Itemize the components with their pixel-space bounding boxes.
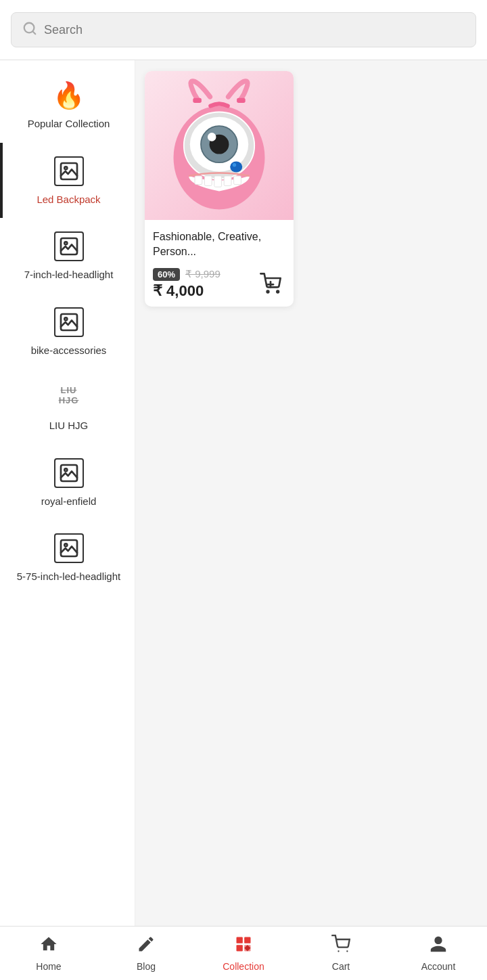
svg-point-27 — [233, 163, 236, 166]
product-card[interactable]: Fashionable, Creative, Person... 60% ₹ 9… — [145, 71, 294, 307]
svg-point-11 — [64, 543, 67, 546]
image-icon-bike — [53, 306, 85, 338]
svg-rect-33 — [244, 937, 250, 943]
sidebar-item-popular-collection[interactable]: 🔥 Popular Collection — [0, 67, 135, 143]
sidebar-label-led-backpack: Led Backpack — [37, 193, 100, 206]
current-price: ₹ 4,000 — [153, 282, 221, 300]
nav-label-collection: Collection — [223, 961, 264, 972]
svg-rect-34 — [237, 945, 243, 951]
add-to-cart-button[interactable] — [256, 269, 285, 298]
collection-icon — [234, 935, 253, 958]
nav-label-cart: Cart — [332, 961, 350, 972]
nav-item-account[interactable]: Account — [404, 931, 472, 976]
nav-item-collection[interactable]: Collection — [210, 931, 277, 976]
sidebar-item-5-75-inch[interactable]: 5-75-inch-led-headlight — [0, 520, 135, 596]
svg-point-3 — [64, 166, 67, 169]
svg-rect-32 — [237, 937, 243, 943]
sidebar-item-royal-enfield[interactable]: royal-enfield — [0, 445, 135, 520]
sidebar-item-bike-accessories[interactable]: bike-accessories — [0, 294, 135, 370]
image-icon-royal-enfield — [53, 457, 85, 489]
search-bar-wrapper — [0, 0, 487, 60]
nav-label-blog: Blog — [137, 961, 156, 972]
account-icon — [429, 935, 448, 958]
svg-point-19 — [208, 133, 216, 141]
product-title: Fashionable, Creative, Person... — [153, 229, 285, 260]
svg-rect-21 — [195, 176, 202, 185]
search-input[interactable] — [44, 23, 465, 37]
discount-badge: 60% — [153, 268, 180, 281]
nav-item-blog[interactable]: Blog — [112, 931, 180, 976]
svg-point-9 — [64, 468, 67, 471]
price-left: 60% ₹ 9,999 ₹ 4,000 — [153, 268, 221, 300]
price-row: 60% ₹ 9,999 ₹ 4,000 — [153, 268, 285, 300]
home-icon — [39, 935, 58, 958]
sidebar: 🔥 Popular Collection Led Backpack — [0, 60, 135, 932]
sidebar-item-led-backpack[interactable]: Led Backpack — [0, 143, 135, 219]
svg-point-29 — [277, 291, 279, 293]
product-image — [145, 71, 294, 220]
svg-rect-13 — [237, 98, 246, 103]
search-icon — [22, 21, 37, 39]
nav-label-account: Account — [421, 961, 456, 972]
sidebar-label-7-inch: 7-inch-led-headlight — [24, 268, 114, 282]
svg-point-38 — [346, 950, 348, 952]
nav-item-cart[interactable]: Cart — [307, 931, 375, 976]
bottom-nav: Home Blog Collection — [0, 926, 487, 980]
cart-icon — [331, 935, 350, 958]
sidebar-label-5-75-inch: 5-75-inch-led-headlight — [17, 570, 120, 583]
search-bar — [11, 12, 476, 47]
svg-rect-2 — [61, 163, 77, 179]
fire-icon: 🔥 — [53, 79, 85, 112]
nav-item-home[interactable]: Home — [15, 931, 83, 976]
svg-rect-6 — [61, 314, 77, 330]
sidebar-label-liu-hjg: LIU HJG — [49, 419, 89, 432]
svg-rect-24 — [224, 176, 231, 185]
svg-rect-8 — [61, 465, 77, 481]
nav-label-home: Home — [36, 961, 61, 972]
liu-hjg-logo-icon: LIU HJG — [53, 381, 85, 414]
svg-rect-23 — [214, 176, 222, 187]
svg-line-1 — [32, 31, 35, 34]
original-price: ₹ 9,999 — [185, 268, 221, 280]
svg-point-28 — [267, 291, 269, 293]
sidebar-label-popular-collection: Popular Collection — [28, 117, 110, 131]
image-icon-7-inch — [53, 230, 85, 263]
svg-rect-10 — [61, 540, 77, 556]
blog-icon — [137, 935, 156, 958]
backpack-illustration — [158, 78, 280, 213]
svg-rect-12 — [193, 98, 202, 103]
product-area: Fashionable, Creative, Person... 60% ₹ 9… — [135, 60, 487, 932]
svg-point-7 — [64, 317, 67, 320]
main-content: 🔥 Popular Collection Led Backpack — [0, 60, 487, 932]
image-icon-led-backpack — [53, 155, 85, 187]
discount-row: 60% ₹ 9,999 — [153, 268, 221, 281]
sidebar-label-royal-enfield: royal-enfield — [41, 495, 97, 508]
svg-rect-22 — [204, 176, 212, 185]
svg-point-5 — [64, 242, 67, 244]
sidebar-item-liu-hjg[interactable]: LIU HJG LIU HJG — [0, 369, 135, 445]
sidebar-label-bike-accessories: bike-accessories — [31, 344, 107, 357]
svg-point-37 — [338, 950, 339, 952]
sidebar-item-7-inch-led-headlight[interactable]: 7-inch-led-headlight — [0, 218, 135, 294]
image-icon-5-75-inch — [53, 532, 85, 564]
svg-rect-4 — [61, 238, 77, 254]
svg-point-26 — [230, 161, 242, 172]
product-info: Fashionable, Creative, Person... 60% ₹ 9… — [145, 220, 294, 307]
svg-rect-25 — [234, 176, 241, 185]
